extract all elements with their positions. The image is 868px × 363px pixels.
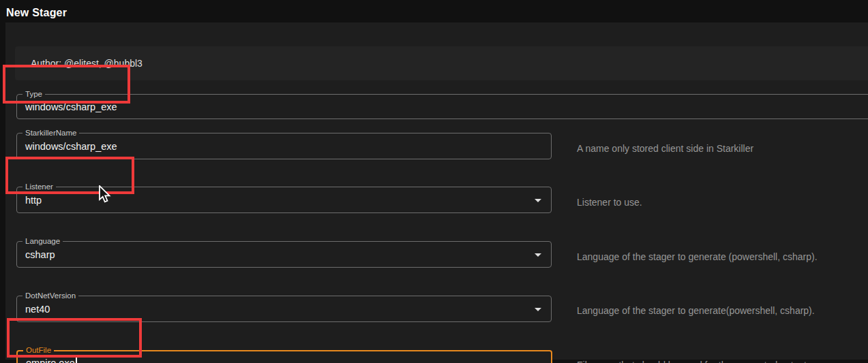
field-dotnetversion-label: DotNetVersion [23,291,78,301]
help-dotnetversion: Language of the stager to generate(power… [577,305,815,316]
help-listener: Listener to use. [577,197,642,208]
help-language: Language of the stager to generate (powe… [577,251,818,262]
field-outfile-value: empire.exe [26,357,77,363]
field-starkillername[interactable]: StarkillerName windows/csharp_exe [16,133,552,159]
field-outfile-text: empire.exe [26,358,75,363]
new-stager-dialog: New Stager Author: @elitest, @hubbl3 Typ… [0,0,868,363]
field-starkillername-value: windows/csharp_exe [25,141,117,152]
field-type-label: Type [23,89,45,99]
page-title: New Stager [6,7,67,19]
field-type[interactable]: Type windows/csharp_exe [16,94,868,119]
help-outfile: Filename that should be used for the gen… [577,360,809,363]
field-language-label: Language [23,236,63,247]
author-card: Author: @elitest, @hubbl3 [15,46,868,80]
field-type-value: windows/csharp_exe [25,101,117,112]
field-outfile[interactable]: OutFile empire.exe [16,350,552,363]
field-starkillername-label: StarkillerName [23,128,79,138]
field-dotnetversion-dropdown[interactable]: DotNetVersion net40 [16,296,552,322]
field-listener-label: Listener [23,182,56,192]
form-panel: Author: @elitest, @hubbl3 Type windows/c… [5,22,868,360]
field-listener-value: http [25,195,42,206]
mouse-cursor-icon [98,185,111,206]
help-starkillername: A name only stored client side in Starki… [577,143,753,154]
chevron-down-icon[interactable] [535,253,541,257]
author-text: Author: @elitest, @hubbl3 [31,58,143,69]
field-outfile-label: OutFile [23,345,54,356]
text-cursor [76,357,77,363]
chevron-down-icon[interactable] [535,199,541,202]
chevron-down-icon[interactable] [535,308,541,311]
field-listener-dropdown[interactable]: Listener http [16,187,552,213]
field-language-dropdown[interactable]: Language csharp [16,241,552,268]
field-language-value: csharp [25,249,55,260]
field-dotnetversion-value: net40 [25,304,50,315]
